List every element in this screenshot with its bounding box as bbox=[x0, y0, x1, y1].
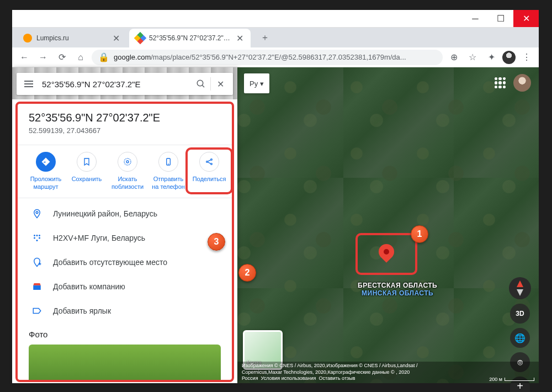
svg-point-0 bbox=[197, 80, 203, 86]
annotation-callout-1: 1 bbox=[411, 225, 428, 243]
search-input[interactable] bbox=[38, 80, 192, 89]
map-marker[interactable] bbox=[379, 244, 394, 259]
profile-avatar[interactable] bbox=[502, 51, 516, 64]
compass-button[interactable] bbox=[509, 277, 531, 299]
search-box: ✕ bbox=[17, 73, 233, 95]
nearby-button[interactable]: Искать поблизости bbox=[107, 152, 148, 191]
home-button[interactable]: ⌂ bbox=[73, 50, 88, 65]
action-label: Отправить на телефон bbox=[152, 175, 185, 191]
scale-indicator: 200 м bbox=[489, 363, 534, 382]
svg-point-7 bbox=[211, 159, 213, 161]
maximize-button[interactable]: ☐ bbox=[488, 10, 513, 27]
tab-close-icon[interactable]: ✕ bbox=[112, 34, 120, 43]
add-business-item[interactable]: Добавить компанию bbox=[29, 274, 221, 299]
business-icon bbox=[31, 282, 43, 292]
globe-button[interactable]: 🌐 bbox=[510, 328, 530, 348]
place-coordinates: 52.599139, 27.043667 bbox=[29, 126, 221, 135]
tab-gmaps[interactable]: 52°35'56.9"N 27°02'37.2"E – Goo... ✕ bbox=[129, 29, 251, 47]
page-content: Ру ▾ ✕ 52°35'56.9"N 27°02'37.2"E bbox=[12, 67, 539, 383]
region-label-2: МИНСКАЯ ОБЛАСТЬ bbox=[358, 289, 437, 297]
attribution-bar: Изображения © CNES / Airbus, 2020,Изобра… bbox=[237, 362, 539, 383]
svg-line-1 bbox=[202, 85, 204, 87]
close-button[interactable]: ✕ bbox=[513, 10, 539, 27]
actions-row: Проложить маршрут Сохранить Искать побли… bbox=[18, 145, 232, 198]
svg-point-16 bbox=[39, 237, 40, 239]
favicon-icon bbox=[134, 32, 147, 45]
svg-line-9 bbox=[208, 160, 210, 162]
clear-search-icon[interactable]: ✕ bbox=[211, 75, 230, 93]
annotation-callout-3: 3 bbox=[208, 233, 225, 251]
action-label: Проложить маршрут bbox=[30, 175, 62, 191]
bookmark-star-icon[interactable]: ☆ bbox=[465, 50, 480, 65]
browser-menu-button[interactable]: ⋮ bbox=[519, 50, 534, 65]
photo-thumbnail[interactable] bbox=[29, 345, 221, 382]
extensions-icon[interactable]: ✦ bbox=[484, 50, 499, 65]
favicon-icon bbox=[23, 34, 32, 43]
url-text: google.com/maps/place/52°35'56.9"N+27°02… bbox=[114, 53, 406, 61]
tab-title: 52°35'56.9"N 27°02'37.2"E – Goo... bbox=[149, 34, 233, 42]
add-missing-place-item[interactable]: Добавить отсутствующее место bbox=[29, 250, 221, 274]
info-text: Добавить компанию bbox=[53, 282, 125, 291]
action-label: Искать поблизости bbox=[112, 175, 144, 191]
pluscode-item[interactable]: H2XV+MF Луги, Беларусь bbox=[29, 226, 221, 250]
svg-point-11 bbox=[36, 211, 38, 213]
3d-button[interactable]: 3D bbox=[510, 304, 530, 324]
svg-point-3 bbox=[124, 158, 131, 165]
svg-point-2 bbox=[126, 161, 129, 163]
hamburger-menu-button[interactable] bbox=[20, 75, 38, 93]
send-to-phone-button[interactable]: Отправить на телефон bbox=[148, 152, 189, 191]
map-top-right bbox=[495, 74, 531, 92]
google-apps-icon[interactable] bbox=[495, 77, 506, 88]
browser-tabs: Lumpics.ru ✕ 52°35'56.9"N 27°02'37.2"E –… bbox=[12, 28, 539, 47]
photo-section: Фото bbox=[29, 330, 221, 382]
svg-line-10 bbox=[208, 162, 210, 164]
info-list: Лунинецкий район, Беларусь H2XV+MF Луги,… bbox=[29, 202, 221, 323]
bookmark-icon bbox=[77, 152, 97, 172]
address-bar: ← → ⟳ ⌂ 🔒 google.com/maps/place/52°35'56… bbox=[12, 47, 539, 67]
directions-button[interactable]: Проложить маршрут bbox=[25, 152, 66, 191]
extension-icons: ⊕ ☆ ✦ ⋮ bbox=[446, 50, 534, 65]
reload-button[interactable]: ⟳ bbox=[54, 50, 70, 65]
language-chip[interactable]: Ру ▾ bbox=[244, 73, 269, 93]
place-title: 52°35'56.9"N 27°02'37.2"E bbox=[29, 112, 221, 124]
info-text: Лунинецкий район, Беларусь bbox=[53, 209, 157, 218]
info-text: Добавить отсутствующее место bbox=[53, 258, 167, 267]
minimize-button[interactable]: ─ bbox=[463, 10, 488, 27]
tab-title: Lumpics.ru bbox=[36, 34, 109, 42]
label-icon bbox=[31, 306, 43, 316]
info-text: Добавить ярлык bbox=[53, 306, 111, 315]
svg-point-13 bbox=[36, 235, 38, 236]
phone-icon bbox=[158, 152, 178, 172]
district-item[interactable]: Лунинецкий район, Беларусь bbox=[29, 202, 221, 226]
zoom-indicator-icon[interactable]: ⊕ bbox=[446, 50, 461, 65]
region-label-1: БРЕСТСКАЯ ОБЛАСТЬ bbox=[358, 282, 437, 289]
svg-point-12 bbox=[34, 235, 35, 236]
browser-window: ─ ☐ ✕ Lumpics.ru ✕ 52°35'56.9"N 27°02'37… bbox=[12, 10, 539, 383]
window-titlebar: ─ ☐ ✕ bbox=[12, 10, 539, 28]
map-header-strip: Ру ▾ bbox=[238, 67, 269, 99]
attribution-text: Изображения © CNES / Airbus, 2020,Изобра… bbox=[242, 363, 478, 382]
pluscode-icon bbox=[31, 233, 43, 243]
panel-hero-image: ✕ bbox=[12, 67, 237, 99]
add-place-icon bbox=[31, 257, 43, 267]
svg-point-8 bbox=[211, 163, 213, 165]
add-label-item[interactable]: Добавить ярлык bbox=[29, 299, 221, 323]
nearby-icon bbox=[118, 152, 137, 172]
search-icon[interactable] bbox=[192, 75, 210, 93]
share-icon bbox=[199, 152, 219, 172]
new-tab-button[interactable]: ＋ bbox=[257, 30, 273, 45]
svg-point-6 bbox=[206, 161, 208, 163]
save-button[interactable]: Сохранить bbox=[66, 152, 107, 191]
forward-button[interactable]: → bbox=[35, 50, 51, 65]
tab-lumpics[interactable]: Lumpics.ru ✕ bbox=[17, 29, 127, 47]
lock-icon: 🔒 bbox=[98, 52, 109, 62]
photo-title: Фото bbox=[29, 330, 221, 339]
share-button[interactable]: Поделиться bbox=[189, 152, 230, 191]
svg-point-15 bbox=[34, 237, 35, 239]
tab-close-icon[interactable]: ✕ bbox=[235, 34, 244, 43]
action-label: Поделиться bbox=[193, 175, 226, 183]
url-box[interactable]: 🔒 google.com/maps/place/52°35'56.9"N+27°… bbox=[92, 50, 443, 65]
pin-icon bbox=[31, 209, 43, 219]
account-avatar[interactable] bbox=[513, 74, 531, 92]
back-button[interactable]: ← bbox=[17, 50, 32, 65]
